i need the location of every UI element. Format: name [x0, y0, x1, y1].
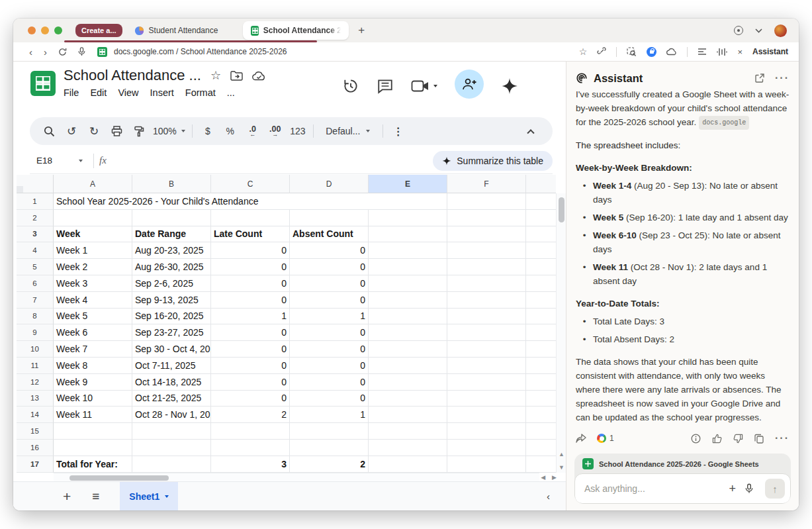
cell-absent-count[interactable] [290, 440, 369, 456]
cell[interactable] [526, 374, 556, 391]
cell-week[interactable]: Week [54, 226, 132, 243]
cell-date-range[interactable] [132, 210, 211, 226]
cell[interactable] [369, 210, 447, 226]
cell[interactable] [369, 324, 447, 341]
cell-date-range[interactable]: Sep 2-6, 2025 [132, 275, 211, 292]
cell[interactable] [369, 193, 447, 210]
column-header[interactable]: E [369, 175, 447, 193]
cell[interactable] [526, 309, 556, 325]
cell-late-count[interactable]: 0 [211, 292, 290, 309]
circle-dot-icon[interactable] [734, 26, 743, 35]
vertical-scrollbar-thumb[interactable] [559, 197, 564, 222]
cell-date-range[interactable]: Sep 16-20, 2025 [132, 309, 211, 325]
cell-absent-count[interactable] [290, 423, 369, 440]
cell-date-range[interactable]: Aug 26-30, 2025 [132, 259, 211, 275]
cell-week[interactable]: Week 2 [54, 259, 132, 275]
number-format-button[interactable]: 123 [287, 121, 309, 141]
profile-avatar[interactable] [774, 24, 787, 37]
cell[interactable] [526, 193, 556, 210]
cell[interactable] [369, 358, 447, 374]
row-header[interactable]: 8 [17, 309, 54, 325]
cell[interactable] [447, 242, 526, 259]
gemini-sparkle-icon[interactable] [501, 77, 518, 95]
more-options-icon[interactable]: ··· [775, 72, 789, 84]
cell-week[interactable]: Week 7 [54, 341, 132, 358]
cell-date-range[interactable]: Oct 7-11, 2025 [132, 358, 211, 374]
back-button[interactable]: ‹ [29, 47, 32, 57]
cell[interactable] [369, 242, 447, 259]
cell[interactable] [526, 341, 556, 358]
format-percent-button[interactable]: % [219, 121, 242, 141]
cell-absent-count[interactable]: 0 [290, 358, 369, 374]
open-external-icon[interactable] [755, 73, 764, 83]
tab-student-attendance[interactable]: Student Attendance [126, 21, 226, 40]
cell[interactable] [447, 358, 526, 374]
cell[interactable] [447, 226, 526, 243]
cell[interactable] [526, 242, 556, 259]
google-source-icon[interactable] [597, 434, 606, 443]
row-header[interactable]: 14 [17, 407, 54, 423]
cell-date-range[interactable] [132, 423, 211, 440]
cell-late-count[interactable]: 0 [211, 341, 290, 358]
cell[interactable] [447, 193, 526, 210]
column-header[interactable]: D [290, 175, 369, 193]
menu-item[interactable]: View [118, 87, 138, 98]
cell-week[interactable]: Total for Year: [54, 456, 132, 473]
cell-week[interactable] [54, 423, 132, 440]
cell[interactable] [369, 407, 447, 423]
cell[interactable] [526, 292, 556, 309]
cell-absent-count[interactable]: 2 [290, 456, 369, 473]
equalizer-icon[interactable] [717, 48, 727, 56]
menu-item[interactable]: Edit [90, 87, 107, 98]
search-in-page-icon[interactable] [627, 47, 637, 57]
undo-button[interactable]: ↺ [60, 121, 83, 141]
cell[interactable] [447, 456, 526, 473]
row-header[interactable]: 7 [17, 292, 54, 309]
row-header[interactable]: 17 [17, 456, 54, 473]
cell-week[interactable]: Week 4 [54, 292, 132, 309]
row-header[interactable]: 15 [17, 423, 54, 440]
format-currency-button[interactable]: $ [197, 121, 219, 141]
cell-date-range[interactable]: Sep 9-13, 2025 [132, 292, 211, 309]
cell-late-count[interactable]: 0 [211, 358, 290, 374]
cell[interactable] [447, 423, 526, 440]
print-button[interactable] [105, 121, 128, 141]
zoom-select[interactable]: 100% [150, 121, 188, 141]
scroll-up-icon[interactable]: ▲ [559, 451, 564, 457]
cell[interactable] [526, 391, 556, 407]
scroll-right-icon[interactable]: ▶ [552, 474, 557, 481]
cell-absent-count[interactable]: 0 [290, 324, 369, 341]
attach-plus-icon[interactable]: + [729, 482, 736, 496]
menu-item[interactable]: Format [185, 87, 216, 98]
cell-week[interactable]: Week 9 [54, 374, 132, 391]
all-sheets-icon[interactable]: ≡ [92, 489, 99, 504]
minimize-window-button[interactable] [41, 26, 49, 34]
cell[interactable] [526, 456, 556, 473]
horizontal-scrollbar[interactable] [54, 473, 539, 481]
more-actions-icon[interactable]: ··· [775, 432, 789, 444]
microphone-icon[interactable] [745, 483, 753, 494]
attachment-chip[interactable]: School Attendance 2025-2026 - Google She… [574, 454, 791, 473]
cell-week[interactable]: Week 5 [54, 309, 132, 325]
cell-name-box[interactable]: E18 [30, 156, 88, 166]
cell-late-count[interactable]: 0 [211, 259, 290, 275]
font-select[interactable]: Defaul... [318, 121, 379, 141]
camera-dropdown-icon[interactable] [433, 85, 437, 87]
zoom-window-button[interactable] [54, 26, 62, 34]
cell-week[interactable]: Week 11 [54, 407, 132, 423]
reload-icon[interactable] [58, 48, 67, 56]
row-header[interactable]: 5 [17, 259, 54, 275]
horizontal-scrollbar-thumb[interactable] [69, 475, 169, 481]
cell-absent-count[interactable]: 0 [290, 275, 369, 292]
ask-input[interactable] [584, 483, 729, 494]
cell-week[interactable] [54, 210, 132, 226]
redo-button[interactable]: ↻ [83, 121, 105, 141]
cell-date-range[interactable]: Oct 21-25, 2025 [132, 391, 211, 407]
vertical-scrollbar[interactable] [556, 193, 566, 473]
row-header[interactable]: 1 [17, 193, 54, 210]
row-header[interactable]: 13 [17, 391, 54, 407]
cell-late-count[interactable]: 3 [211, 456, 290, 473]
password-manager-icon[interactable] [647, 47, 656, 57]
cell-late-count[interactable]: 1 [211, 309, 290, 325]
cell-week[interactable]: Week 8 [54, 358, 132, 374]
